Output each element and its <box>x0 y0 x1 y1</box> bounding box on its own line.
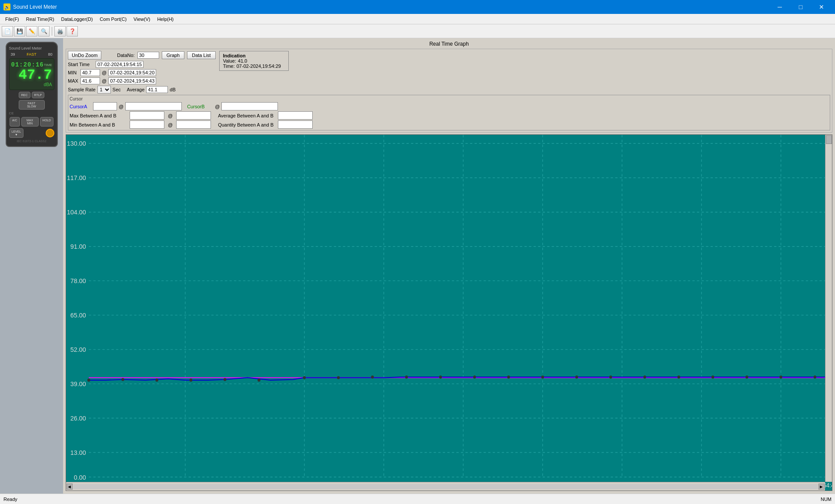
max-value-input[interactable] <box>80 77 100 84</box>
avg-between-input[interactable] <box>278 111 313 120</box>
graph-hscrollbar-right[interactable]: ► <box>818 484 825 490</box>
at-between2: @ <box>168 122 173 127</box>
min-value-input[interactable] <box>80 69 100 76</box>
menu-file[interactable]: File(F) <box>2 14 23 24</box>
start-time-input[interactable] <box>96 61 144 68</box>
slm-rtlp-btn[interactable]: RTLP <box>32 92 45 98</box>
slm-hold-btn[interactable]: HOLD <box>40 117 53 127</box>
menu-help[interactable]: Help(H) <box>154 14 177 24</box>
min-label: MIN <box>68 70 79 75</box>
cursor-ab-row: CursorA @ CursorB @ <box>70 102 828 110</box>
min-row: MIN @ <box>68 69 216 76</box>
graph-vscrollbar[interactable] <box>825 135 832 482</box>
controls-row1: UnDo Zoom DataNo: Graph Data List Start … <box>68 51 830 93</box>
toolbar-print[interactable]: 🖨️ <box>54 26 66 37</box>
min-time-input[interactable] <box>108 69 156 76</box>
toolbar: 📄 💾 ✏️ 🔍 🖨️ ❓ <box>0 24 835 38</box>
sample-avg-row: Sample Rate 1 2 5 Sec Average dB <box>68 86 216 93</box>
svg-text:117.00: 117.00 <box>67 174 86 182</box>
svg-point-38 <box>257 379 261 382</box>
svg-point-47 <box>575 376 578 379</box>
min-between-input[interactable] <box>130 120 164 129</box>
graph-hscrollbar-track[interactable] <box>73 484 818 489</box>
toolbar-search[interactable]: 🔍 <box>38 26 50 37</box>
toolbar-save[interactable]: 💾 <box>14 26 25 37</box>
max-between-label: Max Between A and B <box>70 113 126 118</box>
svg-text:78.00: 78.00 <box>70 277 86 285</box>
svg-point-46 <box>541 376 544 379</box>
graph-area[interactable]: 130.00 117.00 104.00 91.00 78.00 65.00 5… <box>66 134 832 491</box>
fast-label: FAST <box>27 52 37 57</box>
max-between-time[interactable] <box>176 111 211 120</box>
svg-point-33 <box>87 379 90 382</box>
svg-rect-0 <box>66 135 832 491</box>
at-label1: @ <box>102 70 107 75</box>
menu-view[interactable]: View(V) <box>130 14 154 24</box>
max-time-input[interactable] <box>108 77 156 84</box>
value-row: Value: 41.0 <box>223 58 285 63</box>
svg-point-45 <box>507 376 510 379</box>
cursor-section: Cursor CursorA @ CursorB @ Max Between A… <box>68 95 830 130</box>
cursor-label: Cursor <box>70 97 828 101</box>
cursor-a-input[interactable] <box>93 102 117 110</box>
menu-bar: File(F) Real Time(R) DataLogger(D) Com P… <box>0 14 835 24</box>
device-brand: Sound Level Meter <box>9 46 42 50</box>
time-display: 07-02-2024,19:54:29 <box>237 63 281 69</box>
right-panel: Real Time Graph UnDo Zoom DataNo: Graph … <box>63 38 835 494</box>
close-button[interactable]: ✕ <box>812 0 832 14</box>
max-between-input[interactable] <box>130 111 164 120</box>
status-right: NUM <box>821 497 832 502</box>
datano-input[interactable] <box>137 52 159 59</box>
graph-vscrollbar-thumb[interactable] <box>826 135 832 144</box>
value-label: Value: <box>223 58 236 63</box>
slm-rec-btn[interactable]: REC <box>19 92 30 98</box>
status-bar: Ready NUM <box>0 494 835 504</box>
slm-device: Sound Level Meter 39 FAST 80 01:20:16 TI… <box>6 42 58 147</box>
start-time-label: Start Time <box>68 62 94 67</box>
datalist-button[interactable]: Data List <box>187 51 215 59</box>
slm-power-btn[interactable] <box>46 129 54 137</box>
app-icon: 🔊 <box>3 3 10 10</box>
svg-text:13.00: 13.00 <box>70 449 86 457</box>
sec-label: Sec <box>113 87 121 92</box>
cursor-a-time[interactable] <box>125 102 182 110</box>
qty-between-input[interactable] <box>278 120 313 129</box>
menu-comport[interactable]: Com Port(C) <box>96 14 130 24</box>
toolbar-new[interactable]: 📄 <box>2 26 13 37</box>
maximize-button[interactable]: □ <box>791 0 811 14</box>
time-label: Time: <box>223 63 235 69</box>
slm-bottom-row: LEVEL▼ <box>9 128 54 138</box>
graph-hscrollbar[interactable]: ◄ ► <box>66 482 825 491</box>
slm-ce: CE <box>9 111 14 115</box>
graph-hscrollbar-left[interactable]: ◄ <box>67 484 73 490</box>
toolbar-edit[interactable]: ✏️ <box>26 26 37 37</box>
svg-point-43 <box>439 376 442 379</box>
db-label: dB <box>170 87 175 92</box>
minimize-button[interactable]: ─ <box>770 0 790 14</box>
min-between-label: Min Between A and B <box>70 122 126 127</box>
toolbar-help[interactable]: ❓ <box>67 26 78 37</box>
cursor-b-time[interactable] <box>221 102 278 110</box>
title-bar-left: 🔊 Sound Level Meter <box>3 3 57 10</box>
svg-text:130.00: 130.00 <box>67 140 86 147</box>
device-panel: Sound Level Meter 39 FAST 80 01:20:16 TI… <box>0 38 63 494</box>
sample-select[interactable]: 1 2 5 <box>97 86 111 93</box>
graph-button[interactable]: Graph <box>162 51 185 59</box>
slm-ac-btn[interactable]: A/C <box>10 117 20 127</box>
average-input[interactable] <box>146 86 168 93</box>
min-between-time[interactable] <box>176 120 211 129</box>
svg-point-50 <box>678 376 681 379</box>
slm-fastslow-btn[interactable]: FASTSLOW <box>19 100 45 110</box>
menu-datalogger[interactable]: DataLogger(D) <box>58 14 97 24</box>
sample-label: Sample Rate <box>68 87 96 92</box>
slm-fast-slow-row: FASTSLOW <box>9 100 54 110</box>
indication-label: Indication <box>223 53 285 58</box>
svg-text:26.00: 26.00 <box>70 414 86 422</box>
cursor-at: @ <box>119 104 124 109</box>
slm-maxmin-btn[interactable]: MAXMIN <box>21 117 39 127</box>
undo-zoom-button[interactable]: UnDo Zoom <box>68 51 101 60</box>
svg-point-44 <box>473 376 476 379</box>
slm-level-btn[interactable]: LEVEL▼ <box>9 128 24 138</box>
svg-point-41 <box>371 376 374 379</box>
menu-realtime[interactable]: Real Time(R) <box>23 14 58 24</box>
